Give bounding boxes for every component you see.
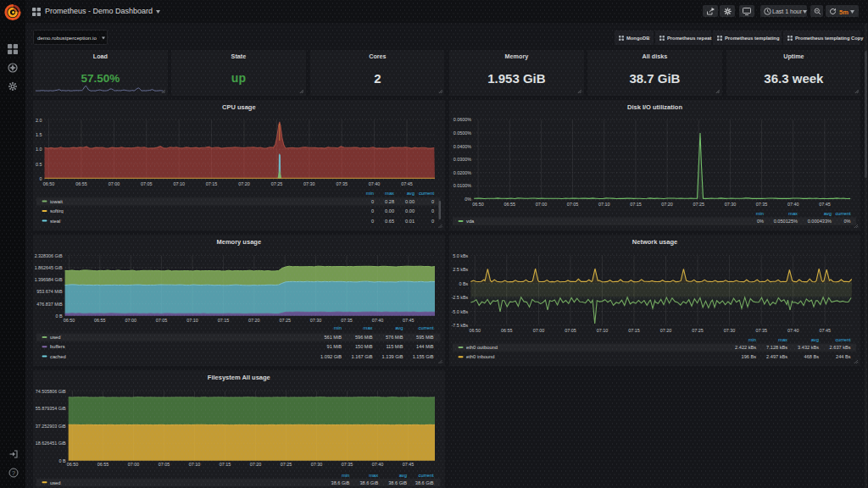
svg-text:07:05: 07:05 [567, 201, 579, 206]
svg-text:?: ? [12, 470, 15, 476]
svg-text:current: current [835, 336, 850, 341]
svg-text:06:55: 06:55 [97, 462, 109, 467]
svg-text:07:30: 07:30 [725, 201, 737, 206]
svg-text:0: 0 [371, 198, 374, 203]
svg-text:06:55: 06:55 [501, 327, 513, 332]
svg-text:cached: cached [50, 353, 66, 358]
svg-text:07:10: 07:10 [597, 327, 609, 332]
svg-text:0.0100%: 0.0100% [453, 183, 471, 188]
svg-text:07:45: 07:45 [403, 462, 415, 467]
svg-text:07:00: 07:00 [533, 327, 545, 332]
svg-text:1.139 GiB: 1.139 GiB [382, 353, 403, 358]
svg-text:avg: avg [395, 324, 403, 330]
svg-text:37.252903 GiB: 37.252903 GiB [36, 423, 66, 428]
svg-text:2.5 kBs: 2.5 kBs [453, 267, 468, 272]
svg-text:0 B: 0 B [59, 458, 66, 463]
svg-text:07:15: 07:15 [630, 201, 642, 206]
svg-text:current: current [419, 324, 434, 330]
svg-text:06:50: 06:50 [64, 317, 75, 322]
svg-text:38.6 GiB: 38.6 GiB [359, 480, 378, 485]
svg-text:CPU usage: CPU usage [222, 103, 256, 110]
svg-text:0 Bs: 0 Bs [459, 280, 469, 286]
svg-text:06:55: 06:55 [75, 180, 87, 186]
svg-text:476.837 MiB: 476.837 MiB [36, 301, 63, 306]
svg-text:vda: vda [466, 219, 475, 224]
svg-text:06:50: 06:50 [470, 327, 481, 332]
svg-text:07:00: 07:00 [108, 180, 120, 186]
svg-text:196 Bs: 196 Bs [742, 354, 757, 359]
svg-text:38.7 GiB: 38.7 GiB [630, 71, 681, 86]
svg-text:max: max [369, 472, 378, 477]
svg-text:-2.5 kBs: -2.5 kBs [452, 295, 469, 300]
svg-text:avg: avg [399, 472, 407, 477]
svg-text:Memory: Memory [505, 53, 529, 60]
svg-text:07:45: 07:45 [401, 180, 413, 186]
svg-text:07:15: 07:15 [220, 462, 231, 467]
svg-text:Load: Load [93, 53, 108, 60]
svg-text:07:20: 07:20 [250, 462, 262, 467]
svg-text:07:20: 07:20 [661, 201, 673, 206]
svg-text:91 MiB: 91 MiB [327, 344, 342, 349]
svg-text:current: current [419, 191, 434, 196]
svg-text:38.6 GiB: 38.6 GiB [388, 480, 407, 485]
svg-text:2: 2 [374, 71, 381, 86]
svg-text:07:40: 07:40 [787, 327, 799, 332]
svg-text:0.0300%: 0.0300% [453, 157, 471, 162]
svg-text:max: max [385, 191, 394, 196]
svg-text:steal: steal [50, 218, 60, 223]
svg-text:1.396984 GiB: 1.396984 GiB [35, 277, 63, 282]
svg-text:-7.5 kBs: -7.5 kBs [452, 323, 469, 328]
svg-text:0: 0 [371, 208, 374, 214]
svg-text:7.128 kBs: 7.128 kBs [766, 345, 787, 350]
svg-text:0.00: 0.00 [405, 208, 415, 214]
svg-text:36.3 week: 36.3 week [764, 71, 824, 86]
svg-text:0.0400%: 0.0400% [453, 143, 471, 148]
svg-text:3.432 kBs: 3.432 kBs [798, 345, 819, 350]
svg-text:06:50: 06:50 [472, 201, 484, 206]
svg-text:1.0: 1.0 [36, 147, 42, 152]
svg-text:2.637 kBs: 2.637 kBs [830, 345, 851, 350]
svg-text:min: min [756, 210, 764, 215]
svg-text:min: min [366, 191, 374, 196]
svg-text:07:00: 07:00 [536, 201, 548, 206]
svg-text:07:05: 07:05 [159, 462, 170, 467]
svg-text:2.328306 GiB: 2.328306 GiB [35, 252, 63, 258]
svg-text:06:50: 06:50 [43, 180, 55, 186]
svg-text:0.0600%: 0.0600% [453, 117, 471, 122]
svg-text:used: used [50, 335, 61, 340]
svg-text:07:25: 07:25 [281, 462, 292, 467]
svg-text:07:25: 07:25 [693, 201, 704, 206]
svg-text:max: max [778, 336, 787, 341]
svg-text:07:30: 07:30 [303, 180, 315, 186]
svg-text:07:35: 07:35 [336, 180, 348, 186]
svg-text:0: 0 [431, 198, 434, 203]
svg-text:07:10: 07:10 [173, 180, 185, 186]
svg-text:07:05: 07:05 [156, 317, 168, 322]
svg-text:current: current [835, 210, 850, 215]
svg-text:07:35: 07:35 [755, 327, 767, 332]
svg-text:07:15: 07:15 [628, 327, 640, 332]
svg-text:0.28: 0.28 [385, 198, 394, 203]
svg-text:07:40: 07:40 [369, 180, 381, 186]
svg-text:07:35: 07:35 [342, 462, 353, 467]
svg-text:min: min [748, 336, 756, 341]
svg-text:avg: avg [811, 336, 819, 341]
svg-text:2.497 kBs: 2.497 kBs [766, 354, 787, 359]
svg-text:1.862645 GiB: 1.862645 GiB [35, 264, 63, 269]
svg-text:current: current [419, 472, 434, 477]
svg-text:Network usage: Network usage [632, 237, 677, 245]
svg-text:2.422 kBs: 2.422 kBs [735, 345, 756, 350]
svg-text:softirq: softirq [50, 208, 64, 214]
svg-text:07:35: 07:35 [756, 201, 768, 206]
svg-text:1.155 GiB: 1.155 GiB [413, 353, 434, 358]
svg-text:0.5: 0.5 [36, 161, 42, 166]
svg-text:1.167 GiB: 1.167 GiB [352, 353, 373, 358]
svg-text:2.0: 2.0 [36, 117, 42, 122]
svg-text:avg: avg [407, 191, 415, 196]
svg-text:07:20: 07:20 [238, 180, 250, 186]
svg-text:07:15: 07:15 [206, 180, 218, 186]
svg-text:07:10: 07:10 [598, 201, 610, 206]
svg-text:74.505806 GiB: 74.505806 GiB [36, 388, 66, 393]
svg-text:up: up [231, 71, 246, 85]
svg-text:06:55: 06:55 [504, 201, 516, 206]
